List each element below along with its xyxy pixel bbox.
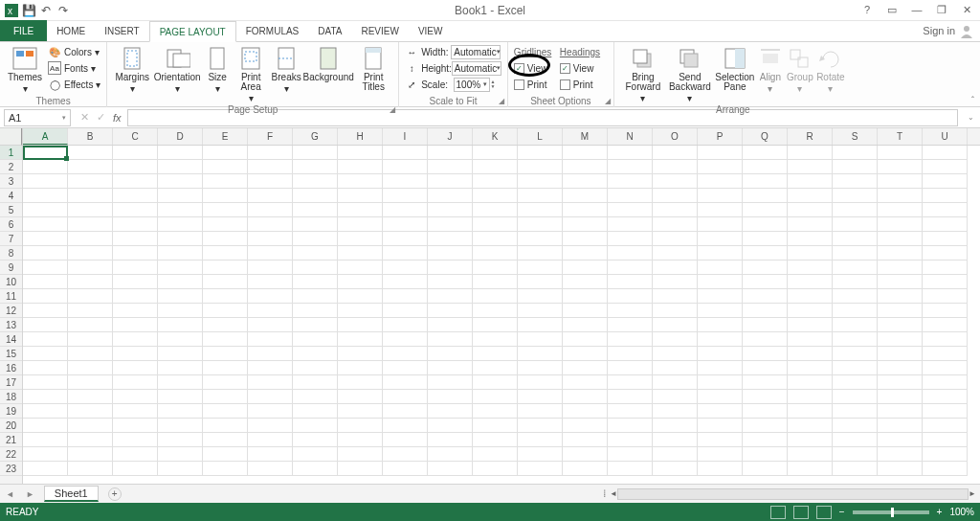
width-combo[interactable]: Automatic [451, 45, 501, 59]
col-header-F[interactable]: F [248, 128, 293, 145]
normal-view-icon[interactable] [770, 506, 786, 519]
scale-spin-buttons[interactable]: ▲▼ [491, 79, 496, 89]
row-header-21[interactable]: 21 [0, 433, 22, 447]
selection-pane-button[interactable]: Selection Pane [714, 44, 756, 92]
row-header-13[interactable]: 13 [0, 318, 22, 332]
horizontal-scrollbar[interactable]: ⁞ ◄► [603, 487, 976, 501]
tab-insert[interactable]: INSERT [95, 20, 149, 41]
col-header-O[interactable]: O [653, 128, 698, 145]
row-header-14[interactable]: 14 [0, 332, 22, 347]
row-header-5[interactable]: 5 [0, 203, 22, 217]
row-header-4[interactable]: 4 [0, 189, 22, 203]
tab-formulas[interactable]: FORMULAS [236, 20, 309, 41]
col-header-E[interactable]: E [203, 128, 248, 145]
print-area-button[interactable]: Print Area▾ [232, 44, 270, 103]
col-header-A[interactable]: A [23, 128, 68, 145]
row-header-12[interactable]: 12 [0, 304, 22, 318]
print-titles-button[interactable]: Print Titles [354, 44, 392, 92]
row-header-9[interactable]: 9 [0, 260, 22, 275]
row-header-10[interactable]: 10 [0, 275, 22, 289]
row-header-15[interactable]: 15 [0, 347, 22, 361]
tab-data[interactable]: DATA [308, 20, 351, 41]
undo-icon[interactable]: ↶ [38, 3, 54, 18]
row-header-3[interactable]: 3 [0, 174, 22, 189]
row-header-23[interactable]: 23 [0, 462, 22, 476]
minimize-icon[interactable]: — [909, 4, 924, 16]
row-header-6[interactable]: 6 [0, 217, 22, 232]
close-icon[interactable]: ✕ [959, 4, 974, 16]
zoom-slider[interactable] [853, 510, 929, 514]
ribbon-options-icon[interactable]: ▭ [884, 4, 900, 16]
col-header-H[interactable]: H [338, 128, 383, 145]
restore-icon[interactable]: ❐ [934, 4, 949, 16]
col-header-D[interactable]: D [158, 128, 203, 145]
col-header-N[interactable]: N [608, 128, 653, 145]
select-all-corner[interactable] [0, 128, 22, 146]
col-header-G[interactable]: G [293, 128, 338, 145]
scale-launcher-icon[interactable]: ◢ [499, 95, 504, 107]
margins-button[interactable]: Margins▾ [113, 44, 151, 94]
tab-home[interactable]: HOME [47, 20, 95, 41]
sign-in[interactable]: Sign in [923, 23, 974, 38]
col-header-U[interactable]: U [923, 128, 968, 145]
size-button[interactable]: Size▾ [203, 44, 232, 94]
zoom-out-icon[interactable]: − [839, 507, 845, 517]
page-break-view-icon[interactable] [816, 506, 832, 519]
collapse-ribbon-icon[interactable]: ˆ [971, 95, 974, 104]
row-header-1[interactable]: 1 [0, 146, 22, 160]
scale-spinner[interactable]: 100% [454, 78, 490, 92]
tab-review[interactable]: REVIEW [351, 20, 408, 41]
headings-print-check[interactable]: Print [560, 77, 608, 92]
bring-forward-button[interactable]: Bring Forward▾ [620, 44, 666, 103]
sheet-tab-sheet1[interactable]: Sheet1 [44, 486, 99, 502]
height-combo[interactable]: Automatic [452, 61, 501, 76]
col-header-J[interactable]: J [428, 128, 473, 145]
tab-view[interactable]: VIEW [409, 20, 453, 41]
row-header-2[interactable]: 2 [0, 160, 22, 174]
orientation-button[interactable]: Orientation▾ [151, 44, 203, 94]
row-header-8[interactable]: 8 [0, 246, 22, 260]
background-button[interactable]: Background [302, 44, 354, 82]
col-header-R[interactable]: R [788, 128, 833, 145]
page-layout-view-icon[interactable] [793, 506, 809, 519]
colors-button[interactable]: 🎨Colors ▾ [48, 44, 100, 59]
fonts-button[interactable]: AaFonts ▾ [48, 60, 100, 76]
breaks-button[interactable]: Breaks▾ [270, 44, 302, 94]
redo-icon[interactable]: ↷ [56, 3, 71, 18]
col-header-P[interactable]: P [698, 128, 743, 145]
row-header-16[interactable]: 16 [0, 361, 22, 375]
headings-view-check[interactable]: View [560, 60, 608, 76]
col-header-L[interactable]: L [518, 128, 563, 145]
scroll-tabs-left-icon[interactable]: ◄ [0, 489, 20, 499]
row-header-17[interactable]: 17 [0, 375, 22, 390]
gridlines-print-check[interactable]: Print [514, 77, 560, 92]
align-button[interactable]: Align▾ [756, 44, 785, 94]
zoom-level[interactable]: 100% [949, 507, 974, 517]
tab-page-layout[interactable]: PAGE LAYOUT [149, 21, 236, 42]
help-icon[interactable]: ? [859, 4, 875, 16]
save-icon[interactable]: 💾 [21, 3, 36, 18]
col-header-T[interactable]: T [878, 128, 923, 145]
themes-button[interactable]: Themes▾ [6, 44, 44, 94]
row-header-18[interactable]: 18 [0, 390, 22, 404]
row-header-11[interactable]: 11 [0, 289, 22, 304]
row-header-22[interactable]: 22 [0, 447, 22, 462]
page-setup-launcher-icon[interactable]: ◢ [390, 103, 395, 116]
expand-formula-icon[interactable]: ⌄ [962, 113, 980, 122]
col-header-K[interactable]: K [473, 128, 518, 145]
zoom-in-icon[interactable]: + [937, 507, 943, 517]
row-header-7[interactable]: 7 [0, 232, 22, 246]
gridlines-view-check[interactable]: View [514, 60, 560, 76]
sheet-launcher-icon[interactable]: ◢ [605, 95, 611, 107]
new-sheet-button[interactable]: + [108, 487, 122, 501]
col-header-S[interactable]: S [833, 128, 878, 145]
effects-button[interactable]: ◯Effects ▾ [48, 77, 100, 92]
tab-file[interactable]: FILE [0, 20, 47, 41]
col-header-B[interactable]: B [68, 128, 113, 145]
row-header-20[interactable]: 20 [0, 419, 22, 433]
send-backward-button[interactable]: Send Backward▾ [666, 44, 714, 103]
name-box[interactable]: A1 [4, 109, 71, 126]
col-header-C[interactable]: C [113, 128, 158, 145]
row-header-19[interactable]: 19 [0, 404, 22, 419]
col-header-M[interactable]: M [563, 128, 608, 145]
